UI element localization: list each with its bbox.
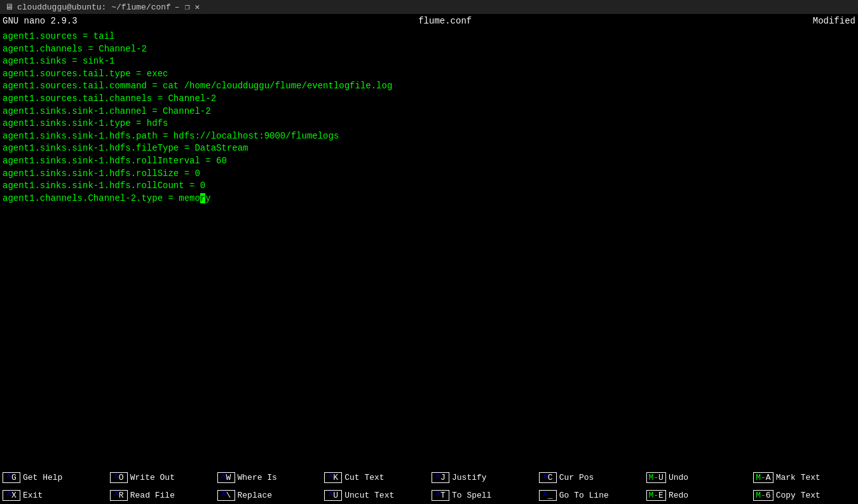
shortcut-key: ^R [110, 490, 128, 501]
shortcut-item[interactable]: M-UUndo [644, 468, 751, 486]
shortcut-row-1: ^GGet Help^OWrite Out^WWhere Is^KCut Tex… [0, 468, 858, 486]
shortcut-item[interactable]: ^TTo Spell [429, 486, 536, 504]
shortcut-key: M-U [646, 472, 666, 483]
shortcut-item[interactable]: ^KCut Text [322, 468, 429, 486]
minimize-button[interactable]: – [175, 3, 180, 12]
shortcut-label: Cut Text [344, 473, 384, 482]
shortcut-item[interactable]: ^OWrite Out [107, 468, 215, 486]
shortcut-key: ^_ [539, 490, 557, 501]
title-icon: 🖥 [5, 3, 13, 12]
shortcut-label: Undo [669, 473, 688, 482]
shortcut-row-2: ^XExit^RRead File^\Replace^UUncut Text^T… [0, 486, 858, 504]
nano-version: GNU nano 2.9.3 [3, 16, 78, 26]
shortcut-item[interactable]: ^WWhere Is [215, 468, 322, 486]
cursor: r [200, 193, 205, 203]
shortcut-item[interactable]: ^_Go To Line [536, 486, 644, 504]
shortcut-key: M-E [646, 490, 666, 501]
shortcut-key: ^C [539, 472, 557, 483]
shortcut-label: Read File [130, 491, 175, 500]
shortcut-key: ^G [3, 472, 20, 483]
shortcut-bar: ^GGet Help^OWrite Out^WWhere Is^KCut Tex… [0, 468, 858, 504]
shortcut-item[interactable]: ^UUncut Text [322, 486, 429, 504]
shortcut-label: Where Is [238, 473, 277, 482]
shortcut-item[interactable]: M-ERedo [644, 486, 751, 504]
shortcut-item[interactable]: ^JJustify [429, 468, 536, 486]
shortcut-label: Replace [238, 491, 273, 500]
shortcut-key: M-A [753, 472, 773, 483]
shortcut-key: ^W [217, 472, 235, 483]
shortcut-item[interactable]: M-6Copy Text [751, 486, 858, 504]
shortcut-label: Redo [669, 491, 688, 500]
title-bar: 🖥 cloudduggu@ubuntu: ~/flume/conf – ❐ ✕ [0, 0, 858, 14]
shortcut-label: Copy Text [776, 491, 821, 500]
shortcut-key: ^J [432, 472, 449, 483]
shortcut-item[interactable]: M-AMark Text [751, 468, 858, 486]
nano-filename: flume.conf [418, 16, 472, 26]
title-text: cloudduggu@ubuntu: ~/flume/conf [17, 3, 171, 12]
nano-modified: Modified [813, 16, 855, 26]
nano-header: GNU nano 2.9.3 flume.conf Modified [0, 14, 858, 28]
shortcut-key: ^\ [217, 490, 235, 501]
shortcut-label: Write Out [130, 473, 175, 482]
shortcut-label: Exit [23, 491, 43, 500]
window-controls: – ❐ ✕ [175, 2, 200, 12]
shortcut-key: ^T [432, 490, 449, 501]
shortcut-label: Cur Pos [559, 473, 594, 482]
shortcut-item[interactable]: ^GGet Help [0, 468, 107, 486]
close-button[interactable]: ✕ [194, 2, 200, 12]
shortcut-key: M-6 [753, 490, 773, 501]
shortcut-label: Justify [452, 473, 487, 482]
editor-area[interactable]: agent1.sources = tail agent1.channels = … [0, 28, 858, 468]
shortcut-key: ^X [3, 490, 20, 501]
maximize-button[interactable]: ❐ [185, 2, 190, 12]
shortcut-label: Mark Text [776, 473, 821, 482]
shortcut-label: To Spell [452, 491, 491, 500]
shortcut-label: Get Help [23, 473, 62, 482]
shortcut-item[interactable]: ^\Replace [215, 486, 322, 504]
shortcut-item[interactable]: ^RRead File [107, 486, 215, 504]
shortcut-label: Uncut Text [344, 491, 394, 500]
shortcut-key: ^O [110, 472, 128, 483]
shortcut-key: ^K [324, 472, 342, 483]
shortcut-key: ^U [324, 490, 342, 501]
shortcut-item[interactable]: ^XExit [0, 486, 107, 504]
shortcut-label: Go To Line [559, 491, 609, 500]
shortcut-item[interactable]: ^CCur Pos [536, 468, 644, 486]
